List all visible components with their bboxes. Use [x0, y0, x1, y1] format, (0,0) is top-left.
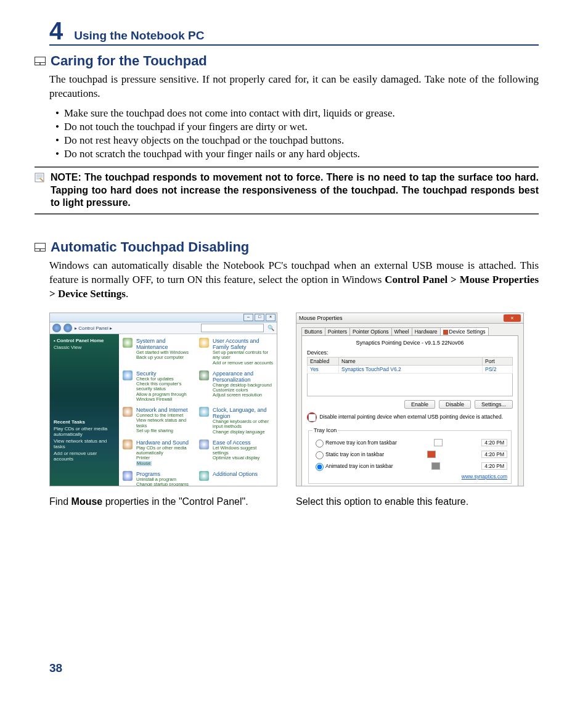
note-block: NOTE: The touchpad responds to movement … — [35, 166, 539, 215]
cp-category-sub[interactable]: Change keyboards or other input methods — [213, 419, 273, 430]
close-button[interactable]: × — [266, 314, 276, 321]
section-caring-touchpad: Caring for the Touchpad The touchpad is … — [49, 53, 539, 215]
mp-tabs: ButtonsPointersPointer OptionsWheelHardw… — [301, 327, 518, 335]
cp-category[interactable]: User Accounts and Family SafetySet up pa… — [213, 338, 273, 366]
synaptics-link[interactable]: www.synaptics.com — [312, 473, 507, 480]
close-button[interactable]: × — [504, 314, 521, 322]
tray-option-row[interactable]: Animated tray icon in taskbar4:20 PM — [312, 461, 507, 471]
tray-option-label: Static tray icon in taskbar — [325, 451, 384, 457]
disable-button[interactable]: Disable — [439, 400, 471, 409]
enable-button[interactable]: Enable — [404, 400, 435, 409]
mp-tab-label: Pointer Options — [353, 329, 389, 335]
tray-option-row[interactable]: Static tray icon in taskbar4:20 PM — [312, 449, 507, 459]
sidebar-recent-header: Recent Tasks — [54, 419, 115, 425]
cp-category[interactable]: Ease of AccessLet Windows suggest settin… — [213, 440, 273, 466]
breadcrumb[interactable]: ▸ Control Panel ▸ — [75, 325, 112, 331]
mp-tab-label: Buttons — [304, 329, 322, 335]
sidebar-header: • Control Panel Home — [54, 338, 115, 343]
disable-option-row[interactable]: Disable internal pointing device when ex… — [307, 412, 513, 422]
devices-table: Enabled Name Port Yes Synaptics TouchPad… — [307, 357, 513, 396]
mp-tab-label: Device Settings — [449, 329, 486, 335]
chapter-number: 4 — [49, 18, 63, 43]
svg-rect-4 — [35, 243, 46, 249]
sidebar-classic-view[interactable]: Classic View — [54, 345, 115, 350]
mp-tab[interactable]: Wheel — [391, 327, 412, 335]
tray-option-row[interactable]: Remove tray icon from taskbar4:20 PM — [312, 438, 507, 448]
caption-left-bold: Mouse — [71, 496, 103, 507]
chapter-header: 4 Using the Notebook PC — [49, 18, 539, 46]
cell-enabled: Yes — [308, 366, 339, 374]
mp-panel-device-settings: Synaptics Pointing Device - v9.1.5 22Nov… — [301, 335, 518, 486]
section-auto-disable: Automatic Touchpad Disabling Windows can… — [49, 239, 539, 507]
cp-category[interactable]: Clock, Language, and RegionChange keyboa… — [213, 407, 273, 435]
sidebar-recent-item[interactable]: Play CDs or other media automatically — [54, 426, 115, 437]
cp-category-title[interactable]: Appearance and Personalization — [213, 370, 273, 383]
nav-forward-icon[interactable] — [63, 324, 72, 332]
svg-rect-0 — [35, 57, 46, 63]
maximize-button[interactable]: □ — [255, 314, 264, 321]
svg-rect-2 — [40, 63, 46, 65]
mp-tab[interactable]: Device Settings — [440, 327, 489, 335]
search-icon[interactable]: 🔍 — [267, 325, 274, 331]
device-row[interactable]: Yes Synaptics TouchPad V6.2 PS/2 — [308, 366, 513, 374]
cp-category-sub[interactable]: Set up file sharing — [136, 428, 197, 433]
mp-tab[interactable]: Hardware — [412, 327, 441, 335]
th-enabled: Enabled — [308, 358, 339, 366]
note-text: NOTE: The touchpad responds to movement … — [51, 171, 539, 210]
cp-category[interactable]: Network and InternetConnect to the Inter… — [136, 407, 197, 435]
cp-category-sub[interactable]: Add or remove user accounts — [213, 361, 273, 366]
touchpad-icon — [35, 243, 46, 252]
nav-back-icon[interactable] — [52, 324, 61, 332]
category-icon — [199, 370, 209, 380]
precaution-item: Do not scratch the touchpad with your fi… — [55, 148, 539, 160]
cp-category-sub[interactable]: View network status and tasks — [136, 418, 197, 428]
tray-radio[interactable] — [316, 440, 324, 448]
cp-category-title[interactable]: Clock, Language, and Region — [213, 407, 273, 419]
tray-icon-preview — [431, 462, 440, 470]
cp-category-sub[interactable]: Adjust screen resolution — [213, 393, 273, 398]
tray-radio[interactable] — [316, 463, 324, 471]
cp-category[interactable]: Additional Options — [213, 471, 273, 486]
svg-rect-5 — [35, 249, 41, 252]
cp-category-sub[interactable]: Let Windows suggest settings — [213, 446, 273, 456]
cp-category-title[interactable]: System and Maintenance — [136, 338, 197, 350]
mp-tab[interactable]: Pointers — [325, 327, 350, 335]
tray-radio[interactable] — [316, 451, 324, 459]
synaptics-link-text[interactable]: www.synaptics.com — [462, 473, 507, 480]
section-title: Automatic Touchpad Disabling — [51, 239, 249, 255]
cp-category-title[interactable]: Additional Options — [213, 471, 273, 477]
th-name: Name — [339, 358, 483, 366]
highlight-circle-icon — [307, 412, 317, 422]
cp-category[interactable]: System and MaintenanceGet started with W… — [136, 338, 197, 366]
cp-category-sub[interactable]: Allow a program through Windows Firewall — [136, 392, 197, 403]
search-input[interactable] — [201, 324, 264, 332]
tray-icon-legend: Tray Icon — [312, 427, 338, 433]
mp-subtitle: Synaptics Pointing Device - v9.1.5 22Nov… — [307, 340, 513, 346]
cp-category[interactable]: Appearance and PersonalizationChange des… — [213, 370, 273, 402]
cp-category[interactable]: Hardware and SoundPlay CDs or other medi… — [136, 440, 197, 466]
cp-category-sub[interactable]: Change display language — [213, 430, 273, 435]
category-icon — [123, 370, 133, 380]
cp-category-sub[interactable]: Back up your computer — [136, 355, 197, 360]
cp-titlebar: – □ × — [50, 313, 277, 322]
settings-button[interactable]: Settings... — [475, 400, 513, 409]
mp-tab[interactable]: Buttons — [301, 327, 325, 335]
sidebar-recent-item[interactable]: View network status and tasks — [54, 438, 115, 449]
svg-rect-6 — [40, 249, 46, 252]
cp-category-sub[interactable]: Check this computer's security status — [136, 382, 197, 392]
cp-category-sub[interactable]: Play CDs or other media automatically — [136, 446, 197, 456]
cp-category[interactable]: ProgramsUninstall a programChange startu… — [136, 471, 197, 486]
cp-category-title[interactable]: User Accounts and Family Safety — [213, 338, 273, 350]
cp-category-sub[interactable]: Set up parental controls for any user — [213, 350, 273, 361]
mp-tab[interactable]: Pointer Options — [349, 327, 392, 335]
cp-category[interactable]: SecurityCheck for updatesCheck this comp… — [136, 370, 197, 402]
category-icon — [123, 338, 133, 348]
cp-category-sub[interactable]: Optimize visual display — [213, 456, 273, 460]
cell-name: Synaptics TouchPad V6.2 — [339, 366, 483, 374]
caption-right: Select this option to enable this featur… — [296, 496, 524, 507]
disable-checkbox[interactable] — [308, 414, 316, 422]
cp-category-sub[interactable]: Change startup programs — [136, 482, 197, 486]
cp-mouse-link[interactable]: Mouse — [136, 461, 152, 466]
sidebar-recent-item[interactable]: Add or remove user accounts — [54, 451, 115, 462]
minimize-button[interactable]: – — [243, 314, 253, 321]
